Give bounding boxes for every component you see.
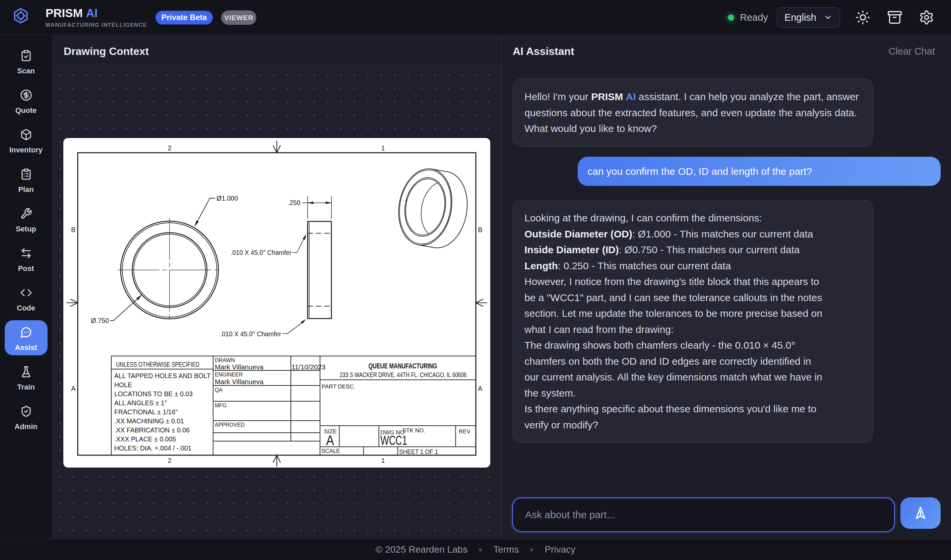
svg-text:Ø1.000: Ø1.000 bbox=[216, 194, 238, 202]
svg-text:B: B bbox=[71, 226, 76, 234]
svg-text:SCALE: SCALE bbox=[321, 448, 340, 454]
svg-text:PART DESC.: PART DESC. bbox=[322, 383, 355, 390]
svg-text:A: A bbox=[326, 432, 334, 448]
svg-text:LOCATIONS TO BE ± 0.03: LOCATIONS TO BE ± 0.03 bbox=[114, 390, 193, 398]
svg-text:APPROVED: APPROVED bbox=[215, 422, 245, 428]
svg-text:2: 2 bbox=[168, 457, 171, 464]
svg-text:DRAWN: DRAWN bbox=[215, 357, 235, 363]
svg-text:233 S WACKER DRIVE, 44TH FL. C: 233 S WACKER DRIVE, 44TH FL. CHICAGO, IL… bbox=[340, 371, 467, 378]
svg-text:.250: .250 bbox=[288, 198, 300, 206]
svg-text:.010 X 45.0° Chamfer: .010 X 45.0° Chamfer bbox=[231, 249, 291, 256]
svg-text:1: 1 bbox=[381, 145, 385, 152]
svg-text:Mark Villanueva: Mark Villanueva bbox=[215, 378, 264, 386]
svg-text:1: 1 bbox=[381, 457, 385, 464]
svg-text:ENGINEER: ENGINEER bbox=[215, 372, 243, 377]
svg-text:SHEET 1 OF 1: SHEET 1 OF 1 bbox=[399, 448, 438, 455]
svg-text:FRACTIONAL ± 1/16": FRACTIONAL ± 1/16" bbox=[114, 408, 177, 415]
svg-text:WCC1: WCC1 bbox=[380, 434, 407, 448]
svg-text:Ø.750: Ø.750 bbox=[91, 317, 109, 324]
svg-text:.XX MACHINING ± 0.01: .XX MACHINING ± 0.01 bbox=[114, 417, 184, 425]
svg-text:2: 2 bbox=[168, 145, 171, 152]
svg-text:11/10/2023: 11/10/2023 bbox=[291, 363, 325, 371]
svg-text:A: A bbox=[71, 385, 76, 392]
svg-text:HOLE: HOLE bbox=[114, 381, 132, 389]
svg-text:MFG: MFG bbox=[215, 403, 227, 408]
svg-text:ALL TAPPED HOLES AND BOLT: ALL TAPPED HOLES AND BOLT bbox=[114, 372, 211, 380]
svg-text:B: B bbox=[478, 226, 482, 234]
svg-text:QA: QA bbox=[215, 387, 222, 393]
svg-text:QUEUE MANUFACTURING: QUEUE MANUFACTURING bbox=[368, 362, 437, 370]
svg-text:Mark Villanueva: Mark Villanueva bbox=[215, 363, 264, 371]
svg-text:HOLES: DIA. +.004 / -.001: HOLES: DIA. +.004 / -.001 bbox=[114, 445, 191, 452]
svg-text:REV: REV bbox=[459, 428, 471, 435]
svg-text:A: A bbox=[478, 385, 482, 392]
svg-text:.XXX PLACE ± 0.005: .XXX PLACE ± 0.005 bbox=[114, 435, 176, 443]
svg-text:STK NO.: STK NO. bbox=[402, 428, 425, 434]
svg-text:.XX FABRICATION ± 0.06: .XX FABRICATION ± 0.06 bbox=[114, 426, 190, 434]
svg-text:UNLESS OTHERWISE SPECIFIED: UNLESS OTHERWISE SPECIFIED bbox=[116, 360, 199, 368]
svg-text:ALL ANGLES ± 1°: ALL ANGLES ± 1° bbox=[114, 399, 167, 406]
svg-text:.010 X 45.0° Chamfer: .010 X 45.0° Chamfer bbox=[220, 330, 281, 338]
